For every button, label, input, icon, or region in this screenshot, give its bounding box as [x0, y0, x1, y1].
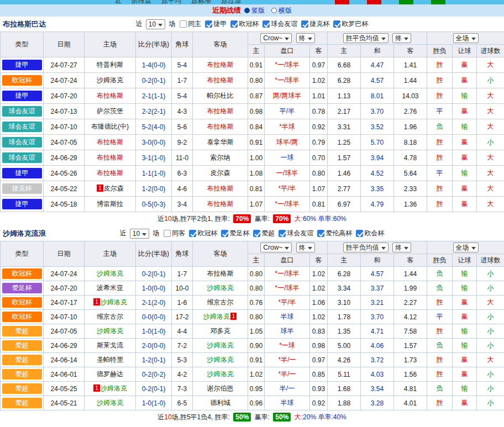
avg-home: 1.88 — [338, 399, 350, 407]
match-score[interactable]: 1-0(1-0) — [142, 328, 166, 335]
result-goals: 大 — [487, 61, 494, 68]
filter-checkbox[interactable]: 欧会杯 — [356, 229, 384, 238]
odds-time-select[interactable]: 终 — [296, 33, 315, 43]
result-goals: 大 — [487, 107, 494, 115]
filter-checkbox[interactable]: 欧罗巴杯 — [333, 19, 368, 29]
match-score[interactable]: 5-2(4-0) — [142, 123, 166, 131]
date-cell: 24-07-10 — [44, 310, 85, 324]
select-value: 10 — [149, 20, 156, 28]
avg-odds-select[interactable]: 胜平负均值 — [343, 33, 389, 43]
competition-badge: 球会友谊 — [2, 137, 42, 147]
match-date: 24-07-24 — [50, 270, 77, 278]
filter-checkbox[interactable]: 爱足杯 — [221, 229, 249, 238]
bookmaker-select[interactable]: Crow~ — [260, 243, 292, 252]
match-date: 24-07-20 — [50, 284, 77, 292]
filter-checkbox[interactable]: 爱伦高杯 — [317, 229, 352, 238]
handicap-cell: *一/球半 — [265, 57, 310, 73]
near-label: 近 — [136, 19, 143, 29]
corner-cell: 6-3 — [172, 166, 193, 181]
match-score[interactable]: 2-0(0-0) — [142, 342, 166, 350]
avg-home: 1.78 — [338, 313, 350, 321]
odds-home: 0.76 — [250, 299, 262, 307]
away-cell: 维京古尔 — [193, 296, 248, 310]
avg-odds-select[interactable]: 胜平负均值 — [343, 243, 389, 252]
checkbox-icon — [221, 230, 228, 237]
odds-away: 0.81 — [312, 201, 325, 208]
date-cell: 24-07-10 — [44, 119, 85, 135]
avg-draw-cell: 3.35 — [361, 181, 394, 197]
match-date: 24-05-21 — [50, 399, 77, 407]
odds-time-select[interactable]: 终 — [296, 243, 315, 252]
away-team-name: 索尔纳 — [211, 154, 230, 161]
handicap-line: *一/球半 — [275, 284, 299, 292]
scope-select[interactable]: 全场 — [453, 243, 479, 252]
avg-home: 5.00 — [338, 342, 350, 350]
home-team-name: 布拉格斯 — [97, 138, 123, 146]
match-score[interactable]: 3-1(1-0) — [142, 154, 166, 162]
filter-checkbox[interactable]: 同主 — [180, 19, 201, 29]
match-score[interactable]: 2-1(2-0) — [142, 299, 166, 307]
match-score[interactable]: 1-4(0-0) — [142, 61, 166, 69]
summary-part: 大: — [292, 413, 303, 421]
odds-away-cell: 0.93 — [310, 382, 328, 396]
layout-radio-group: 竖版横版 — [244, 6, 292, 15]
match-count-select[interactable]: 10 — [146, 19, 165, 29]
summary-part: 10 — [164, 413, 171, 421]
scope-select[interactable]: 全场 — [453, 33, 479, 43]
match-score[interactable]: 1-0(0-0) — [142, 284, 166, 292]
filter-checkbox[interactable]: 欧冠杯 — [230, 19, 259, 29]
match-score[interactable]: 1-0(1-0) — [142, 399, 166, 407]
bookmaker-select[interactable]: Crow~ — [260, 33, 292, 43]
layout-radio-option[interactable]: 竖版 — [244, 6, 265, 15]
match-score[interactable]: 2-2(2-1) — [142, 108, 166, 115]
away-cell: 布拉格斯 — [193, 104, 248, 119]
match-score[interactable]: 3-0(0-0) — [142, 139, 166, 146]
filter-checkbox[interactable]: 欧冠杯 — [189, 229, 217, 238]
filter-label: 欧冠杯 — [197, 229, 217, 238]
match-score[interactable]: 0-2(0-1) — [142, 270, 166, 278]
filter-checkbox[interactable]: 捷克杯 — [301, 19, 329, 29]
match-score[interactable]: 0-2(0-1) — [142, 385, 166, 393]
result-goals: 大 — [487, 298, 494, 306]
date-cell: 24-07-20 — [44, 281, 85, 296]
result-cell: 负 — [427, 267, 453, 281]
avg-time-select[interactable]: 终 — [392, 243, 411, 252]
match-score[interactable]: 2-1(1-1) — [142, 92, 166, 100]
goals-result-cell: 大 — [477, 88, 504, 104]
handicap-result-cell: 输 — [453, 267, 477, 281]
date-cell: 24-07-05 — [44, 135, 85, 150]
filter-checkbox[interactable]: 同客 — [164, 229, 185, 238]
matches-table-away-team: 类型 日期 主场 比分(半场) 角球 客场 Crow~ 终 胜平负均值 终 全场… — [0, 241, 504, 410]
sub-avg-draw: 和 — [361, 254, 394, 267]
match-score[interactable]: 1-1(1-0) — [142, 170, 166, 177]
match-score[interactable]: 0-2(0-1) — [142, 77, 166, 85]
result-wdl: 负 — [437, 123, 443, 130]
result-cell: 负 — [427, 119, 453, 135]
away-cell: 帕尔杜比 — [193, 88, 248, 104]
match-score[interactable]: 0-5(0-3) — [142, 201, 166, 208]
date-cell: 24-05-25 — [44, 382, 85, 396]
match-score[interactable]: 1-2(0-0) — [142, 185, 166, 193]
match-row: 爱超24-05-251沙姆洛克0-2(0-1)7-3谢尔伯恩0.95半/一0.9… — [1, 382, 504, 396]
competition-badge: 爱超 — [2, 340, 42, 351]
filter-checkbox[interactable]: 球会友谊 — [262, 19, 297, 29]
match-score[interactable]: 0-0(0-0) — [142, 313, 166, 321]
type-cell: 捷克杯 — [1, 181, 44, 197]
handicap-line: 半球 — [281, 313, 294, 320]
filter-checkbox[interactable]: 球会友谊 — [279, 229, 313, 238]
home-team-name: 博雷斯拉 — [97, 200, 123, 208]
match-count-select[interactable]: 10 — [130, 229, 149, 239]
result-handicap: 赢 — [461, 356, 468, 363]
odds-home-cell: 0.91 — [248, 353, 265, 367]
avg-time-select[interactable]: 终 — [392, 33, 411, 43]
filter-checkbox[interactable]: 爱超 — [253, 229, 275, 238]
match-score[interactable]: 1-2(0-1) — [142, 356, 166, 364]
col-score: 比分(半场) — [136, 32, 172, 57]
odds-home-cell: 0.98 — [248, 104, 265, 119]
score-cell: 0-2(0-1) — [136, 267, 172, 281]
match-score[interactable]: 0-2(0-2) — [142, 371, 166, 378]
layout-radio-option[interactable]: 横版 — [271, 6, 292, 15]
type-cell: 球会友谊 — [1, 104, 44, 119]
filter-label: 爱足杯 — [229, 229, 249, 238]
filter-checkbox[interactable]: 捷甲 — [205, 19, 227, 29]
